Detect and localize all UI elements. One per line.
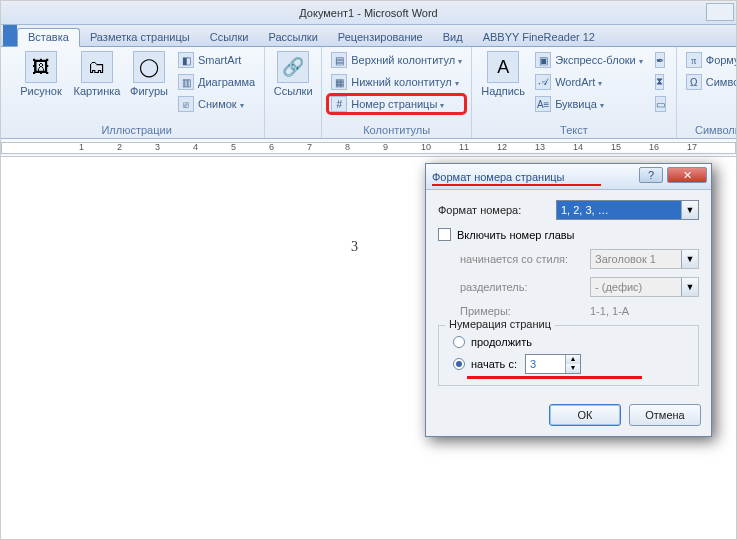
btn-header-label: Верхний колонтитул [351, 54, 462, 66]
tab-abbyy[interactable]: ABBYY FineReader 12 [473, 29, 605, 46]
btn-shapes[interactable]: ◯ Фигуры [125, 49, 173, 99]
starts-style-value: Заголовок 1 [591, 250, 681, 268]
btn-quickparts-label: Экспресс-блоки [555, 54, 643, 66]
picture-icon: 🖼 [25, 51, 57, 83]
dialog-help-button[interactable]: ? [639, 167, 663, 183]
format-combo[interactable]: 1, 2, 3, … ▼ [556, 200, 699, 220]
btn-equation[interactable]: πФормула [681, 49, 737, 71]
quickparts-icon: ▣ [535, 52, 551, 68]
tab-file[interactable] [3, 24, 17, 46]
group-symbols: πФормула ΩСимвол Символы [677, 47, 737, 138]
group-illustrations-label: Иллюстрации [13, 123, 260, 138]
btn-datetime[interactable]: ⧗ [650, 71, 672, 93]
btn-clipart-label: Картинка [74, 85, 121, 97]
btn-screenshot[interactable]: ⎚Снимок [173, 93, 260, 115]
btn-signature[interactable]: ✒ [650, 49, 672, 71]
btn-dropcap[interactable]: A≡Буквица [530, 93, 648, 115]
group-text: A Надпись ▣Экспресс-блоки 𝒜WordArt A≡Бук… [472, 47, 677, 138]
tab-view[interactable]: Вид [433, 29, 473, 46]
btn-object[interactable]: ▭ [650, 93, 672, 115]
btn-smartart[interactable]: ◧SmartArt [173, 49, 260, 71]
smartart-icon: ◧ [178, 52, 194, 68]
highlight-underline [432, 184, 601, 186]
start-at-spinner[interactable]: 3 ▲▼ [525, 354, 581, 374]
ruler-mark: 10 [421, 142, 431, 152]
ruler-mark: 12 [497, 142, 507, 152]
dialog-close-button[interactable]: ✕ [667, 167, 707, 183]
group-links-label [269, 135, 317, 138]
examples-value: 1-1, 1-A [590, 305, 629, 317]
btn-chart[interactable]: ▥Диаграмма [173, 71, 260, 93]
dialog-title-bar[interactable]: Формат номера страницы ? ✕ [426, 164, 711, 190]
tab-mailings[interactable]: Рассылки [258, 29, 327, 46]
numeration-legend: Нумерация страниц [445, 318, 555, 330]
radio-start-at-label: начать с: [471, 358, 517, 370]
tab-references[interactable]: Ссылки [200, 29, 259, 46]
header-icon: ▤ [331, 52, 347, 68]
shapes-icon: ◯ [133, 51, 165, 83]
btn-shapes-label: Фигуры [130, 85, 168, 97]
links-icon: 🔗 [277, 51, 309, 83]
starts-style-label: начинается со стиля: [460, 253, 590, 265]
btn-picture-label: Рисунок [20, 85, 62, 97]
chevron-down-icon: ▼ [681, 250, 698, 268]
ruler-mark: 13 [535, 142, 545, 152]
btn-quickparts[interactable]: ▣Экспресс-блоки [530, 49, 648, 71]
ruler-mark: 9 [383, 142, 388, 152]
btn-clipart[interactable]: 🗂 Картинка [69, 49, 125, 99]
btn-wordart[interactable]: 𝒜WordArt [530, 71, 648, 93]
group-text-label: Текст [476, 123, 672, 138]
separator-value: - (дефис) [591, 278, 681, 296]
btn-header[interactable]: ▤Верхний колонтитул [326, 49, 467, 71]
ok-button[interactable]: ОК [549, 404, 621, 426]
tab-page-layout[interactable]: Разметка страницы [80, 29, 200, 46]
ribbon-left-edge [1, 47, 9, 138]
chart-icon: ▥ [178, 74, 194, 90]
spinner-down-icon[interactable]: ▼ [566, 364, 580, 373]
btn-equation-label: Формула [706, 54, 737, 66]
clipart-icon: 🗂 [81, 51, 113, 83]
ribbon-tabs: Вставка Разметка страницы Ссылки Рассылк… [1, 25, 736, 47]
ruler-mark: 2 [117, 142, 122, 152]
separator-combo: - (дефис) ▼ [590, 277, 699, 297]
separator-label: разделитель: [460, 281, 590, 293]
btn-dropcap-label: Буквица [555, 98, 604, 110]
start-at-value: 3 [526, 355, 565, 373]
footer-icon: ▦ [331, 74, 347, 90]
ruler[interactable]: 1234567891011121314151617 [1, 139, 736, 157]
page-number-icon: # [331, 96, 347, 112]
btn-wordart-label: WordArt [555, 76, 602, 88]
format-value: 1, 2, 3, … [557, 201, 681, 219]
ruler-mark: 3 [155, 142, 160, 152]
numeration-fieldset: Нумерация страниц продолжить начать с: 3… [438, 325, 699, 386]
chevron-down-icon: ▼ [681, 201, 698, 219]
cancel-button[interactable]: Отмена [629, 404, 701, 426]
btn-textbox[interactable]: A Надпись [476, 49, 530, 99]
spinner-up-icon[interactable]: ▲ [566, 355, 580, 364]
ruler-track [1, 142, 736, 154]
group-links: 🔗 Ссылки [265, 47, 322, 138]
btn-page-number[interactable]: #Номер страницы [326, 93, 467, 115]
dialog-page-number-format: Формат номера страницы ? ✕ Формат номера… [425, 163, 712, 437]
ruler-mark: 1 [79, 142, 84, 152]
ruler-mark: 14 [573, 142, 583, 152]
ruler-mark: 6 [269, 142, 274, 152]
tab-review[interactable]: Рецензирование [328, 29, 433, 46]
window-title: Документ1 - Microsoft Word [299, 7, 437, 19]
radio-continue[interactable] [453, 336, 465, 348]
include-chapter-checkbox[interactable] [438, 228, 451, 241]
btn-picture[interactable]: 🖼 Рисунок [13, 49, 69, 99]
btn-links[interactable]: 🔗 Ссылки [269, 49, 317, 99]
datetime-icon: ⧗ [655, 74, 664, 90]
dialog-title: Формат номера страницы [432, 171, 565, 183]
radio-continue-label: продолжить [471, 336, 532, 348]
btn-footer[interactable]: ▦Нижний колонтитул [326, 71, 467, 93]
title-corner-box [706, 3, 734, 21]
object-icon: ▭ [655, 96, 666, 112]
radio-start-at[interactable] [453, 358, 465, 370]
ruler-mark: 15 [611, 142, 621, 152]
btn-symbol[interactable]: ΩСимвол [681, 71, 737, 93]
tab-insert[interactable]: Вставка [17, 28, 80, 47]
highlight-underline [467, 376, 642, 379]
btn-links-label: Ссылки [274, 85, 313, 97]
